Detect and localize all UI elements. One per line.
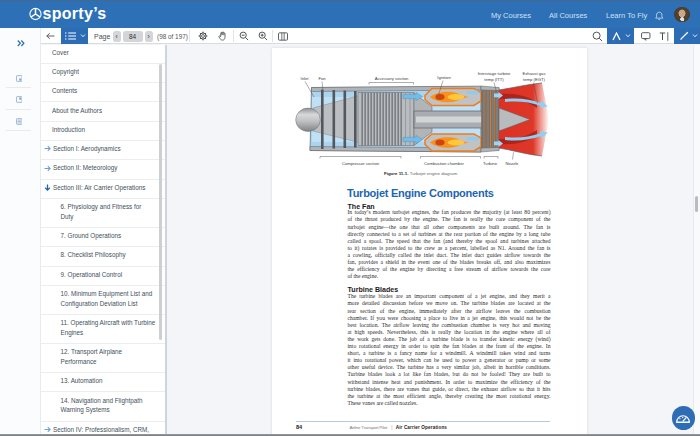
svg-text:temp (ITT): temp (ITT) (484, 77, 504, 82)
svg-text:temp (EGT): temp (EGT) (523, 77, 545, 82)
svg-text:Fan: Fan (318, 76, 326, 81)
svg-text:Ignition: Ignition (437, 75, 451, 80)
svg-text:Interstage turbine: Interstage turbine (478, 71, 511, 76)
svg-text:Turbine: Turbine (483, 161, 498, 166)
svg-text:Exhaust gas: Exhaust gas (522, 71, 545, 76)
svg-text:Accessory section: Accessory section (375, 76, 409, 81)
svg-text:Compressor section: Compressor section (342, 161, 380, 166)
svg-text:Figure 11-1. Turbojet engine d: Figure 11-1. Turbojet engine diagram. (384, 171, 458, 176)
svg-text:Nozzle: Nozzle (506, 161, 519, 166)
svg-text:Combustion chamber: Combustion chamber (424, 161, 464, 166)
svg-text:Inlet: Inlet (301, 76, 310, 81)
